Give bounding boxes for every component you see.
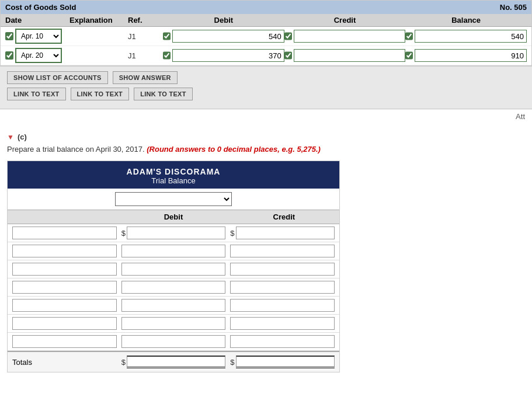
tb-row-7	[8, 333, 339, 351]
tb-header: ADAM'S DISCORAMA Trial Balance	[8, 161, 339, 189]
totals-label-cell: Totals	[10, 357, 119, 368]
link-to-text-button-2[interactable]: LINK TO TEXT	[71, 88, 130, 100]
ledger-header: Cost of Goods Sold No. 505	[1, 1, 531, 14]
tb-row-6	[8, 315, 339, 333]
totals-credit-wrapper: $	[230, 356, 335, 368]
tb-account-input-5[interactable]	[12, 299, 117, 312]
row2-checkbox[interactable]	[5, 51, 13, 60]
row2-credit-checkbox[interactable]	[284, 51, 292, 60]
link-to-text-button-3[interactable]: LINK TO TEXT	[134, 88, 193, 100]
tb-credit-1: $	[228, 225, 337, 241]
att-label: Att	[516, 112, 525, 121]
att-section: Att	[0, 109, 532, 123]
section-c: ▼ (c) Prepare a trial balance on April 3…	[0, 123, 532, 372]
totals-credit-cell: $	[228, 354, 337, 370]
tb-account-input-3[interactable]	[12, 263, 117, 276]
tb-debit-input-4[interactable]	[121, 281, 226, 294]
primary-buttons-row: SHOW LIST OF ACCOUNTS SHOW ANSWER	[7, 71, 525, 84]
tb-account-input-2[interactable]	[12, 245, 117, 257]
row2-balance-input[interactable]	[415, 49, 527, 62]
row2-date-select[interactable]: Apr. 20	[15, 48, 62, 63]
row1-date-cell: Apr. 10	[5, 29, 69, 44]
instruction-emphasis: (Round answers to 0 decimal places, e.g.…	[147, 145, 321, 154]
show-list-button[interactable]: SHOW LIST OF ACCOUNTS	[7, 71, 108, 84]
tb-account-input-1[interactable]	[12, 227, 117, 239]
tb-row-4	[8, 278, 339, 297]
row1-date-select[interactable]: Apr. 10	[15, 29, 62, 44]
instruction-static: Prepare a trial balance on April 30, 201…	[7, 145, 147, 154]
ledger-section: Cost of Goods Sold No. 505 Date Explanat…	[0, 0, 532, 66]
trial-balance-container: ADAM'S DISCORAMA Trial Balance April 30,…	[7, 161, 340, 372]
row1-debit-cell	[163, 30, 284, 43]
link-to-text-button-1[interactable]: LINK TO TEXT	[7, 88, 66, 100]
totals-label: Totals	[12, 358, 32, 367]
tb-debit-input-1[interactable]	[127, 227, 225, 239]
tb-account-input-6[interactable]	[12, 317, 117, 330]
section-c-instruction: Prepare a trial balance on April 30, 201…	[7, 145, 525, 154]
row1-credit-input[interactable]	[294, 30, 406, 43]
ledger-title: Cost of Goods Sold	[5, 3, 76, 12]
tb-debit-1: $	[119, 225, 228, 241]
tb-credit-input-5[interactable]	[230, 299, 335, 312]
row2-balance-checkbox[interactable]	[405, 51, 413, 60]
tb-row-1: $ $	[8, 224, 339, 242]
tb-col-account	[8, 210, 118, 224]
tb-debit-input-7[interactable]	[121, 335, 226, 348]
row2-credit-cell	[284, 49, 406, 62]
tb-company-name: ADAM'S DISCORAMA	[12, 167, 335, 176]
tb-debit-input-6[interactable]	[121, 317, 226, 330]
tb-debit-input-3[interactable]	[121, 263, 226, 276]
tb-credit-input-3[interactable]	[230, 263, 335, 276]
section-c-header: ▼ (c)	[7, 133, 525, 141]
row2-ref: J1	[128, 51, 163, 60]
section-c-label: (c)	[18, 133, 27, 141]
tb-date-row: April 30, 2017	[8, 189, 339, 210]
row2-date-cell: Apr. 20	[5, 48, 69, 63]
tb-account-input-7[interactable]	[12, 335, 117, 348]
tb-credit-input-4[interactable]	[230, 281, 335, 294]
dollar-sign-1: $	[121, 229, 126, 238]
row1-balance-checkbox[interactable]	[405, 32, 413, 40]
tb-date-select[interactable]: April 30, 2017	[115, 192, 232, 206]
row2-debit-cell	[163, 49, 284, 62]
tb-debit-dollar-wrapper-1: $	[121, 227, 226, 239]
col-date: Date	[5, 16, 69, 25]
tb-credit-input-2[interactable]	[230, 245, 335, 257]
row1-balance-input[interactable]	[415, 30, 527, 43]
tb-debit-input-2[interactable]	[121, 245, 226, 257]
row2-debit-checkbox[interactable]	[163, 51, 171, 60]
tb-debit-input-5[interactable]	[121, 299, 226, 312]
col-ref: Ref.	[128, 16, 163, 25]
tb-row-3	[8, 260, 339, 278]
totals-debit-cell: $	[119, 354, 228, 370]
ledger-number: No. 505	[500, 3, 527, 12]
table-row: Apr. 20 J1	[1, 46, 531, 65]
tb-credit-input-7[interactable]	[230, 335, 335, 348]
totals-credit-input[interactable]	[236, 356, 335, 368]
tb-account-input-4[interactable]	[12, 281, 117, 294]
show-answer-button[interactable]: SHOW ANSWER	[113, 71, 178, 84]
row1-debit-input[interactable]	[172, 30, 284, 43]
row1-checkbox[interactable]	[5, 32, 13, 40]
row1-ref: J1	[128, 32, 163, 41]
tb-totals-row: Totals $ $	[8, 351, 339, 372]
tb-credit-input-1[interactable]	[236, 227, 335, 239]
tb-row-2	[8, 242, 339, 260]
dollar-sign-credit-1: $	[230, 229, 234, 238]
tb-col-credit: Credit	[229, 210, 339, 224]
ledger-column-headers: Date Explanation Ref. Debit Credit Balan…	[1, 14, 531, 27]
tb-credit-input-6[interactable]	[230, 317, 335, 330]
tb-title: Trial Balance	[12, 176, 335, 185]
buttons-section: SHOW LIST OF ACCOUNTS SHOW ANSWER LINK T…	[0, 66, 532, 109]
totals-dollar-sign-credit: $	[230, 358, 234, 367]
row1-debit-checkbox[interactable]	[163, 32, 171, 40]
link-buttons-row: LINK TO TEXT LINK TO TEXT LINK TO TEXT	[7, 88, 525, 100]
row1-credit-checkbox[interactable]	[284, 32, 292, 40]
table-row: Apr. 10 J1	[1, 27, 531, 46]
tb-account-1	[10, 225, 119, 241]
tb-column-headers: Debit Credit	[8, 210, 339, 224]
totals-dollar-sign-debit: $	[121, 358, 126, 367]
row2-credit-input[interactable]	[294, 49, 406, 62]
row2-debit-input[interactable]	[172, 49, 284, 62]
totals-debit-input[interactable]	[127, 356, 225, 368]
